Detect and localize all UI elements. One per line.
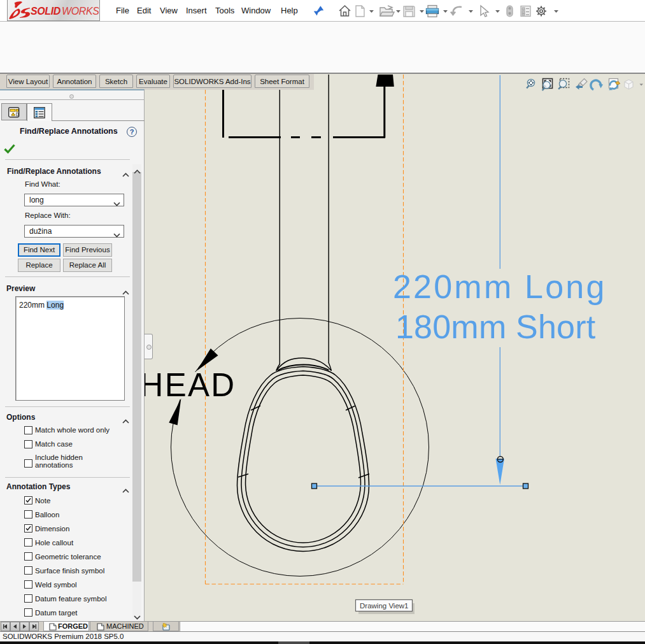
svg-text:220mm Long: 220mm Long: [393, 268, 607, 305]
svg-text:SOLID: SOLID: [31, 6, 61, 17]
svg-text:Drawing View1: Drawing View1: [360, 602, 409, 610]
svg-text:180mm Short: 180mm Short: [395, 308, 596, 345]
svg-text:WORKS: WORKS: [62, 6, 99, 17]
svg-text:HEAD: HEAD: [145, 367, 236, 403]
